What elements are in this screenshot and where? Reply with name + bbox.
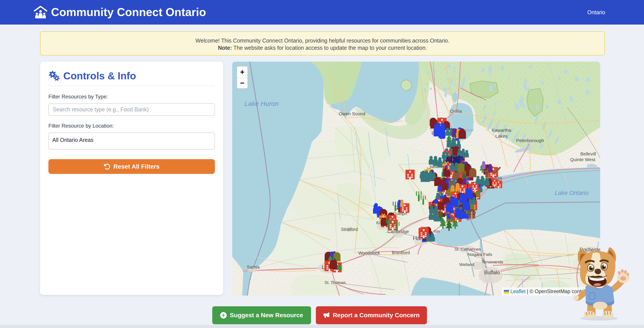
svg-text:Bellevill: Bellevill [580,151,596,156]
svg-text:Quinte West: Quinte West [570,157,595,162]
svg-text:Owen Sound: Owen Sound [339,111,365,116]
svg-text:Peterborough: Peterborough [516,138,544,143]
svg-text:Kawartha: Kawartha [492,128,511,133]
svg-text:Niagara Falls: Niagara Falls [468,252,492,257]
svg-text:Buffalo: Buffalo [484,270,500,275]
svg-text:Orillia: Orillia [450,109,462,114]
svg-text:St. Catharines: St. Catharines [454,247,481,251]
svg-text:Welland: Welland [459,262,474,267]
svg-text:ton: ton [434,229,440,233]
svg-text:Lake Huron: Lake Huron [244,100,278,107]
svg-text:Lake Ontario: Lake Ontario [555,190,589,196]
svg-text:St. Thomas: St. Thomas [325,280,346,285]
svg-text:Sarnia: Sarnia [247,265,260,269]
svg-text:Tonawanda: Tonawanda [482,260,503,264]
svg-text:Brantford: Brantford [392,250,410,255]
svg-text:Stratford: Stratford [341,227,358,232]
svg-text:Lakes: Lakes [495,134,508,139]
svg-text:Woodstock: Woodstock [358,251,380,255]
